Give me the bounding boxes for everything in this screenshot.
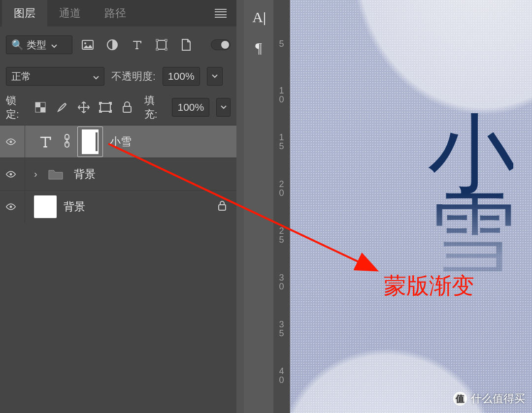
ruler-tick: 10 (273, 86, 290, 104)
svg-rect-9 (35, 102, 40, 107)
lock-transparency-icon[interactable] (34, 101, 47, 114)
filter-toggle[interactable] (211, 39, 231, 50)
chevron-down-icon (51, 39, 57, 51)
vertical-ruler: 5 10 15 20 25 30 35 40 (273, 0, 290, 413)
svg-rect-7 (165, 48, 167, 50)
layer-name: 小雪 (110, 134, 132, 149)
link-icon (64, 133, 70, 150)
ruler-tick: 5 (273, 39, 290, 48)
filter-shape-icon[interactable] (155, 38, 168, 51)
ruler-tick: 15 (273, 133, 290, 151)
layer-mask-thumb[interactable] (77, 127, 103, 157)
svg-rect-12 (123, 106, 131, 112)
filter-icons-row (81, 38, 193, 51)
layers-panel: 图层 通道 路径 🔍 类型 (0, 0, 236, 413)
ruler-tick: 20 (273, 180, 290, 197)
svg-rect-11 (100, 103, 110, 111)
canvas-text: 小 雪 (428, 113, 513, 273)
layers-list: 小雪 › 背景 背景 (0, 125, 236, 413)
filter-smartobject-icon[interactable] (180, 38, 193, 51)
fill-label: 填充: (144, 94, 166, 121)
svg-rect-5 (165, 39, 167, 41)
svg-rect-10 (40, 107, 45, 112)
svg-point-18 (10, 205, 12, 208)
ruler-tick: 35 (273, 320, 290, 338)
panel-tab-bar: 图层 通道 路径 (0, 0, 236, 27)
panel-menu-icon[interactable] (215, 9, 227, 18)
tab-channels[interactable]: 通道 (47, 0, 93, 27)
filter-type-icon[interactable] (131, 38, 143, 51)
visibility-icon[interactable] (6, 203, 16, 211)
layer-row-text[interactable]: 小雪 (0, 125, 236, 158)
opacity-label: 不透明度: (111, 69, 156, 83)
lock-position-icon[interactable] (77, 101, 90, 114)
svg-rect-19 (219, 205, 226, 210)
lock-icon (218, 200, 227, 213)
ruler-tick: 30 (273, 273, 290, 291)
watermark-text: 什么值得买 (471, 391, 525, 406)
layer-name: 背景 (74, 167, 96, 182)
expand-toggle-icon[interactable]: › (34, 168, 37, 180)
lock-all-icon[interactable] (121, 101, 133, 114)
fill-value: 100% (177, 101, 204, 113)
layer-row-bg[interactable]: 背景 (0, 190, 236, 222)
svg-rect-4 (156, 39, 158, 41)
opacity-stepper[interactable] (207, 67, 223, 86)
pilcrow-icon[interactable]: ¶ (255, 39, 262, 56)
fill-input[interactable]: 100% (172, 98, 209, 117)
svg-point-13 (10, 140, 12, 143)
layer-thumb (34, 195, 57, 218)
blend-mode-select[interactable]: 正常 (6, 67, 104, 86)
search-icon: 🔍 (11, 39, 24, 51)
text-tool-cursor-icon[interactable]: A (252, 9, 265, 26)
filter-adjustment-icon[interactable] (106, 38, 119, 51)
svg-point-17 (10, 173, 12, 175)
fill-stepper[interactable] (216, 98, 231, 117)
svg-rect-3 (157, 40, 166, 49)
document-canvas[interactable]: 小 雪 蒙版渐变 值 什么值得买 (290, 0, 532, 413)
ruler-tick: 40 (273, 367, 290, 384)
svg-point-1 (84, 42, 86, 44)
opacity-value: 100% (168, 70, 195, 82)
filter-pixel-icon[interactable] (81, 38, 94, 51)
layer-name: 背景 (64, 199, 85, 214)
canvas-area: 5 10 15 20 25 30 35 40 小 雪 蒙版渐变 值 什么值得买 (273, 0, 532, 413)
tool-options-column: A ¶ (244, 0, 273, 413)
blend-mode-value: 正常 (11, 70, 31, 83)
tab-paths[interactable]: 路径 (93, 0, 138, 27)
lock-pixels-icon[interactable] (56, 101, 68, 114)
lock-label: 锁定: (6, 94, 27, 121)
chevron-down-icon (93, 71, 99, 82)
visibility-icon[interactable] (6, 138, 16, 146)
watermark: 值 什么值得买 (453, 391, 525, 406)
blend-row: 正常 不透明度: 100% (0, 63, 236, 90)
lock-row: 锁定: 填充: 100% (0, 90, 236, 125)
filter-type-select[interactable]: 🔍 类型 (6, 35, 72, 54)
layer-filter-row: 🔍 类型 (0, 27, 236, 63)
folder-icon (44, 163, 67, 186)
watermark-badge-icon: 值 (453, 392, 467, 406)
lock-artboard-icon[interactable] (99, 101, 112, 114)
filter-type-label: 类型 (27, 38, 46, 52)
visibility-icon[interactable] (6, 170, 16, 178)
svg-rect-6 (156, 48, 158, 50)
ruler-tick: 25 (273, 226, 290, 244)
layer-type-icon (34, 130, 57, 153)
layer-row-group[interactable]: › 背景 (0, 158, 236, 190)
lock-icons (34, 101, 133, 114)
opacity-input[interactable]: 100% (163, 67, 200, 86)
annotation-text: 蒙版渐变 (384, 271, 474, 301)
tab-layers[interactable]: 图层 (2, 0, 47, 27)
